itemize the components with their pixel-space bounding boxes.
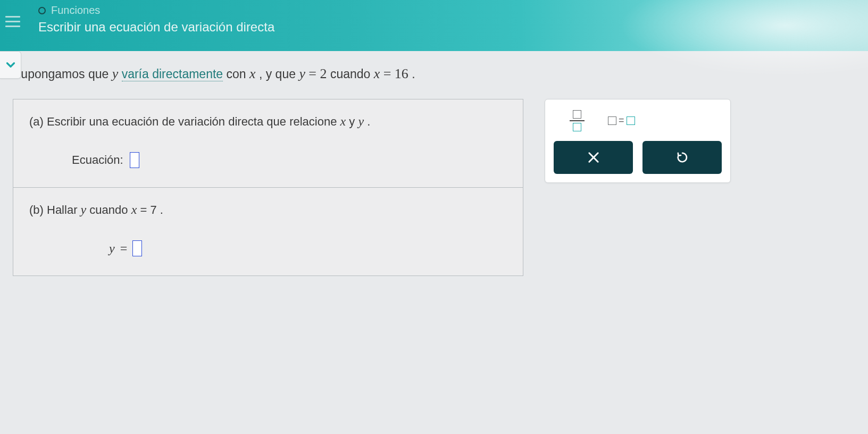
header-titles: Funciones Escribir una ecuación de varia…	[38, 4, 274, 35]
question-box: (a) Escribir una ecuación de variación d…	[13, 99, 523, 276]
equals: =	[140, 203, 150, 216]
var-y: y	[81, 203, 87, 216]
var-y: y	[358, 114, 364, 128]
value-16: 16	[395, 66, 408, 81]
page-header: Funciones Escribir una ecuación de varia…	[0, 0, 868, 51]
menu-icon[interactable]	[0, 9, 26, 34]
text: .	[160, 203, 163, 216]
category-label: Funciones	[51, 4, 100, 16]
collapse-toggle[interactable]	[0, 51, 21, 79]
equals: =	[308, 66, 320, 81]
var-y: y	[109, 241, 115, 256]
equation-tool[interactable]: =	[608, 115, 635, 126]
value-2: 2	[320, 66, 327, 81]
chevron-down-icon	[4, 58, 18, 72]
equals: =	[383, 66, 395, 81]
text: (b) Hallar	[29, 203, 81, 216]
var-x: x	[249, 66, 256, 81]
text: (a) Escribir una ecuación de variación d…	[29, 115, 340, 128]
tool-panel: =	[545, 99, 731, 183]
equals: =	[120, 241, 128, 256]
y-value-input[interactable]	[132, 240, 142, 256]
part-a: (a) Escribir una ecuación de variación d…	[13, 99, 523, 187]
var-y: y	[112, 66, 119, 81]
reset-button[interactable]	[642, 141, 722, 174]
equals-icon: =	[619, 115, 624, 126]
text: cuando	[89, 203, 131, 216]
text: con	[227, 67, 249, 81]
value-7: 7	[150, 203, 156, 216]
content-area: Supongamos que y varía directamente con …	[0, 51, 868, 289]
text: .	[367, 115, 370, 128]
close-icon	[586, 150, 601, 165]
fraction-tool[interactable]	[570, 110, 585, 131]
topic-title: Escribir una ecuación de variación direc…	[38, 20, 274, 35]
var-x: x	[131, 203, 137, 216]
text: cuando	[330, 67, 374, 81]
text: y	[349, 115, 358, 128]
var-x: x	[374, 66, 380, 81]
category-icon	[38, 7, 46, 14]
clear-button[interactable]	[554, 141, 633, 174]
undo-icon	[675, 150, 690, 165]
part-a-prompt: (a) Escribir una ecuación de variación d…	[29, 114, 507, 129]
equation-label: Ecuación:	[72, 153, 123, 167]
var-y: y	[299, 66, 305, 81]
var-x: x	[340, 114, 346, 128]
equation-line-b: y =	[109, 240, 507, 256]
text: , y que	[259, 67, 299, 81]
text: Supongamos que	[13, 67, 112, 81]
varies-directly-link[interactable]: varía directamente	[122, 67, 223, 81]
part-b: (b) Hallar y cuando x = 7 . y =	[13, 187, 523, 276]
text: .	[412, 67, 415, 81]
equation-input[interactable]	[130, 152, 139, 168]
problem-statement: Supongamos que y varía directamente con …	[13, 66, 855, 82]
part-b-prompt: (b) Hallar y cuando x = 7 .	[29, 203, 507, 217]
equation-line-a: Ecuación:	[72, 152, 507, 168]
